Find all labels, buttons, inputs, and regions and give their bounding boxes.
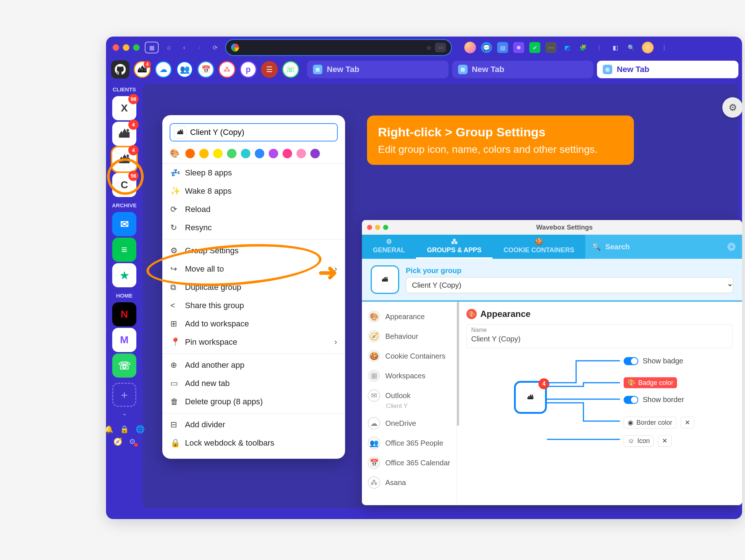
color-swatch[interactable] [227,149,237,158]
color-swatch[interactable] [185,149,195,158]
tab-switcher-icon[interactable]: ▭ [435,43,446,52]
office-calendar-app-icon[interactable]: 📅 [197,61,214,78]
address-bar[interactable]: ☆ ▭ [225,39,452,56]
browser-tab-1[interactable]: ⊞New Tab [307,61,449,78]
color-swatch[interactable] [296,149,306,158]
browser-tab-3[interactable]: ⊞New Tab [597,61,738,78]
color-swatch[interactable] [199,149,209,158]
settings-side-asana[interactable]: ⁂Asana [362,473,457,492]
lock-status-icon[interactable]: 🔒 [120,425,129,434]
show-badge-toggle[interactable] [624,357,638,365]
account-avatar[interactable] [642,42,654,53]
shield-icon[interactable]: ✔ [529,42,540,53]
dots-icon[interactable]: ⋯ [545,42,556,53]
profile-avatar[interactable] [464,42,476,53]
zoom-window-icon[interactable] [133,44,140,51]
color-swatch[interactable] [269,149,278,158]
webdock-client-y-orig[interactable]: 🏙4 [112,122,136,146]
ctx-wake-8-apps[interactable]: ✨Wake 8 apps [162,182,345,200]
github-icon[interactable] [111,60,129,79]
settings-traffic-lights[interactable] [367,225,388,230]
webdock-feedly[interactable]: ≡ [112,238,136,262]
home-icon[interactable]: ⌂ [164,42,174,53]
webdock-company-nas[interactable]: C56 [112,173,136,197]
onedrive-app-icon[interactable]: ☁ [155,61,172,78]
settings-side-office-365-people[interactable]: 👥Office 365 People [362,433,457,453]
badge-color-chip[interactable]: 🎨 Badge color [624,377,677,388]
docs-icon[interactable]: ▤ [497,42,508,53]
ctx-add-new-tab[interactable]: ▭Add new tab [162,374,345,393]
page-settings-button[interactable]: ⚙ [722,97,742,118]
webdock-trustpilot[interactable]: ★ [112,263,136,287]
notifications-icon[interactable]: 🔔 [106,425,113,434]
webdock-whatsapp[interactable]: ☏ [112,353,136,378]
ctx-reload[interactable]: ⟳Reload [162,200,345,219]
webdock-netflix[interactable]: N [112,302,136,326]
scrollbar[interactable] [457,302,459,426]
color-swatch[interactable] [213,149,223,158]
window-traffic-lights[interactable] [113,44,140,51]
border-color-clear[interactable]: ✕ [681,417,694,428]
office-people-app-icon[interactable]: 👥 [176,61,193,78]
whatsapp-app-icon[interactable]: ☏ [282,61,299,78]
group-name-input[interactable] [190,128,333,137]
settings-side-workspaces[interactable]: ⊞Workspaces [362,366,457,386]
ctx-move-all-to[interactable]: ↪Move all to› [162,260,345,278]
todoist-app-icon[interactable]: ☰ [261,61,278,78]
ctx-add-divider[interactable]: ⊟Add divider [162,416,345,434]
reload-icon[interactable]: ⟳ [210,42,220,53]
p-app-icon[interactable]: p [240,61,257,78]
color-swatch[interactable] [283,149,292,158]
ctx-delete-group-8-apps-[interactable]: 🗑Delete group (8 apps) [162,393,345,411]
color-swatch[interactable] [310,149,320,158]
webdock-chevron-down-icon[interactable]: ⌄ [122,410,127,417]
settings-side-cookie-containers[interactable]: 🍪Cookie Containers [362,346,457,366]
ctx-resync[interactable]: ↻Resync [162,219,345,237]
settings-side-onedrive[interactable]: ☁OneDrive [362,413,457,433]
globe-icon[interactable]: 🌐 [136,425,145,434]
star-icon[interactable]: ☆ [426,44,431,51]
show-border-toggle[interactable] [624,396,638,404]
ctx-add-to-workspace[interactable]: ⊞Add to workspace [162,315,345,333]
icon-clear[interactable]: ✕ [658,435,672,447]
webdock-client-xll[interactable]: X98 [112,96,136,120]
border-color-chip[interactable]: ◉ Border color [624,417,676,428]
tab-cookie-containers[interactable]: 🍪COOKIE CONTAINERS [492,235,585,259]
menu-icon[interactable]: ⋮ [659,42,670,53]
settings-search[interactable]: 🔍 Search × [585,235,742,259]
color-swatch[interactable] [255,149,264,158]
sidepanel-icon[interactable]: ◧ [610,42,621,53]
group-name-field[interactable]: 🏙 [170,123,338,141]
asana-app-icon[interactable]: ⁂ [219,61,235,78]
smile-icon[interactable]: ☻ [513,42,524,53]
compass-icon[interactable]: 🧭 [113,437,122,446]
task-list-icon[interactable]: ▦ [145,42,159,53]
client-app-icon[interactable]: 🏙 [134,61,151,78]
icon-chip[interactable]: ☺ Icon [624,435,654,447]
webdock-client-y-copy[interactable]: 🏙4 [112,147,136,171]
ctx-duplicate-group[interactable]: ⧉Duplicate group [162,278,345,296]
add-group-button[interactable]: ＋ [112,383,136,407]
settings-icon[interactable]: ⚙ [129,437,136,446]
webdock-messenger[interactable]: ✉ [112,212,136,236]
tab-groups-apps[interactable]: ⁂GROUPS & APPS [416,235,492,259]
ctx-group-settings[interactable]: ⚙Group Settings [162,242,345,260]
ctx-lock-webdock-toolbars[interactable]: 🔒Lock webdock & toolbars [162,434,345,452]
name-fieldset[interactable]: Name Client Y (Copy) [466,324,733,348]
wavebox-icon[interactable]: ◩ [561,42,572,53]
ctx-add-another-app[interactable]: ⊕Add another app [162,356,345,374]
browser-tab-2[interactable]: ⊞New Tab [452,61,594,78]
palette-icon[interactable]: 🎨 [170,149,179,158]
back-icon[interactable]: ‹ [179,42,189,53]
color-swatch[interactable] [241,149,250,158]
group-picker-select[interactable]: Client Y (Copy) [406,277,733,293]
extensions-icon[interactable]: 🧩 [578,42,589,53]
webdock-protonmail[interactable]: M [112,328,136,352]
ctx-pin-workspace[interactable]: 📍Pin workspace› [162,333,345,351]
chat-icon[interactable]: 💬 [481,42,492,53]
minimize-window-icon[interactable] [123,44,129,51]
settings-side-office-365-calendar[interactable]: 📅Office 365 Calendar [362,453,457,473]
search-icon[interactable]: 🔍 [626,42,637,53]
clear-search-icon[interactable]: × [727,243,735,251]
settings-side-behaviour[interactable]: 🧭Behaviour [362,326,457,346]
